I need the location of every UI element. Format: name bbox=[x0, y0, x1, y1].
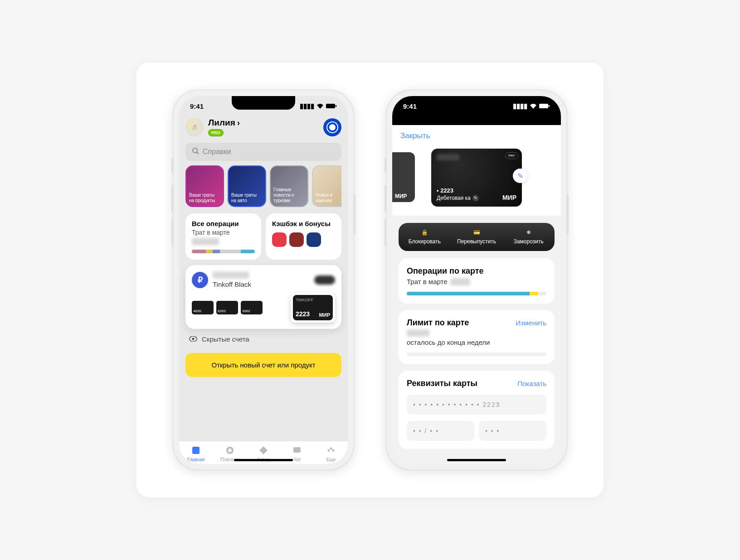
hidden-accounts-link[interactable]: Скрытые счета bbox=[185, 329, 341, 349]
ops-title: Операции по карте bbox=[407, 266, 546, 276]
ruble-icon: ₽ bbox=[192, 272, 208, 288]
pencil-icon: ✎ bbox=[517, 172, 523, 180]
cashback-partners bbox=[272, 232, 335, 247]
selected-card[interactable]: TINKOFF 2223 МИР bbox=[291, 293, 335, 323]
svg-point-10 bbox=[330, 448, 332, 450]
edit-card-button[interactable]: ✎ bbox=[513, 169, 527, 183]
stories-row[interactable]: Ваши траты на продукты Ваши траты на авт… bbox=[185, 165, 341, 207]
status-time: 9:41 bbox=[403, 102, 417, 110]
card-last4: • 2223 bbox=[437, 187, 516, 194]
ops-subtitle: Трат в марте bbox=[407, 278, 448, 285]
svg-rect-12 bbox=[539, 104, 548, 108]
story-item[interactable]: Главные новости о туризме bbox=[270, 165, 308, 207]
svg-rect-13 bbox=[549, 105, 550, 107]
reissue-button[interactable]: 💳Перевыпустить bbox=[451, 229, 503, 245]
search-icon bbox=[192, 147, 199, 156]
operations-title: Все операции bbox=[192, 220, 255, 228]
freeze-button[interactable]: ❄Заморозить bbox=[502, 229, 555, 245]
search-placeholder: Справки bbox=[203, 148, 231, 156]
status-icons: ▮▮▮▮ bbox=[300, 102, 337, 110]
open-product-button[interactable]: Открыть новый счет или продукт bbox=[185, 353, 341, 377]
phone-frame-home: 9:41 ▮▮▮▮ Л Лилия › PRO bbox=[173, 90, 354, 470]
operations-card[interactable]: Все операции Трат в марте bbox=[185, 213, 261, 260]
account-card[interactable]: ₽ Tinkoff Black 4820 8263 3062 bbox=[185, 265, 341, 329]
limit-amount-redacted bbox=[407, 329, 429, 337]
card-actions: 🔒Блокировать 💳Перевыпустить ❄Заморозить bbox=[399, 223, 555, 251]
cellular-icon: ▮▮▮▮ bbox=[513, 102, 527, 110]
mini-card[interactable]: 4820 bbox=[192, 301, 214, 314]
limit-title: Лимит по карте bbox=[407, 318, 469, 328]
tab-home[interactable]: Главная bbox=[179, 445, 213, 462]
snowflake-icon: ❄ bbox=[526, 229, 531, 236]
partner-icon bbox=[307, 232, 321, 247]
amount-redacted bbox=[450, 278, 470, 285]
story-item[interactable]: Ваши траты на авто bbox=[228, 165, 266, 207]
pay-badge: PAY bbox=[505, 152, 518, 159]
partner-icon bbox=[272, 232, 287, 247]
svg-rect-1 bbox=[336, 105, 336, 107]
card-operations-section[interactable]: Операции по карте Трат в марте bbox=[399, 258, 555, 304]
spend-chart bbox=[192, 250, 255, 253]
home-indicator[interactable] bbox=[447, 459, 506, 461]
tab-more[interactable]: Еще bbox=[314, 445, 348, 462]
notifications-button[interactable] bbox=[323, 118, 341, 136]
limit-change-link[interactable]: Изменить bbox=[516, 319, 546, 327]
home-indicator[interactable] bbox=[234, 459, 293, 461]
cvv-field[interactable]: • • • bbox=[479, 421, 546, 441]
battery-icon bbox=[326, 102, 337, 110]
svg-rect-8 bbox=[293, 447, 301, 453]
balance-pill-redacted bbox=[314, 275, 335, 285]
notch bbox=[445, 96, 508, 110]
account-name: Tinkoff Black bbox=[213, 280, 310, 288]
reissue-icon: 💳 bbox=[473, 229, 480, 236]
svg-point-11 bbox=[332, 449, 334, 452]
close-button[interactable]: Закрыть bbox=[392, 125, 561, 144]
req-show-link[interactable]: Показать bbox=[517, 380, 546, 387]
svg-point-4 bbox=[192, 338, 195, 340]
status-icons: ▮▮▮▮ bbox=[513, 102, 550, 110]
avatar[interactable]: Л bbox=[185, 118, 204, 136]
mini-card[interactable]: 8263 bbox=[216, 301, 238, 314]
block-button[interactable]: 🔒Блокировать bbox=[399, 229, 451, 245]
more-icon bbox=[326, 445, 336, 456]
pan-field[interactable]: • • • • • • • • • • • • 2223 bbox=[407, 395, 546, 415]
status-time: 9:41 bbox=[190, 102, 204, 110]
edit-name-icon[interactable]: ✎ bbox=[472, 195, 479, 201]
chevron-right-icon: › bbox=[237, 118, 240, 128]
svg-point-7 bbox=[228, 449, 232, 452]
prev-card-sliver[interactable]: МИР bbox=[392, 152, 415, 202]
expiry-field[interactable]: • • / • • bbox=[407, 421, 474, 441]
hero-card[interactable]: PAY ✎ • 2223 Дебетовая ка✎ МИР bbox=[431, 149, 522, 207]
svg-rect-5 bbox=[192, 447, 200, 454]
notch bbox=[232, 96, 295, 110]
wifi-icon bbox=[316, 102, 324, 110]
story-item[interactable]: Ваши траты на продукты bbox=[185, 165, 224, 207]
limit-progress bbox=[407, 352, 546, 356]
partner-icon bbox=[289, 232, 304, 247]
phone-frame-detail: 9:41 ▮▮▮▮ Закрыть МИР PAY ✎ bbox=[386, 90, 567, 470]
cashback-card[interactable]: Кэшбэк и бонусы bbox=[266, 213, 341, 260]
pro-badge: PRO bbox=[208, 129, 224, 136]
lock-icon: 🔒 bbox=[421, 229, 428, 236]
mini-card[interactable]: 3062 bbox=[241, 301, 263, 314]
payments-icon bbox=[224, 445, 235, 456]
card-type: Дебетовая ка bbox=[437, 195, 471, 201]
chat-icon bbox=[292, 445, 302, 456]
wifi-icon bbox=[530, 102, 537, 110]
operations-subtitle: Трат в марте bbox=[192, 229, 255, 236]
cashback-title: Кэшбэк и бонусы bbox=[272, 220, 335, 228]
card-limit-section[interactable]: Лимит по картеИзменить осталось до конца… bbox=[399, 310, 555, 364]
card-requisites-section: Реквизиты картыПоказать • • • • • • • • … bbox=[399, 371, 555, 449]
story-item[interactable]: Новое в законах bbox=[312, 165, 341, 207]
search-input[interactable]: Справки bbox=[185, 143, 341, 161]
city-icon bbox=[258, 445, 269, 456]
limit-subtitle: осталось до конца недели bbox=[407, 338, 546, 346]
svg-line-3 bbox=[197, 152, 199, 154]
cellular-icon: ▮▮▮▮ bbox=[300, 102, 314, 110]
svg-rect-0 bbox=[326, 104, 335, 108]
balance-redacted bbox=[213, 271, 249, 279]
amount-redacted bbox=[192, 238, 219, 245]
req-title: Реквизиты карты bbox=[407, 379, 477, 388]
user-name-link[interactable]: Лилия › bbox=[208, 118, 240, 128]
card-brand-redacted bbox=[437, 154, 459, 160]
